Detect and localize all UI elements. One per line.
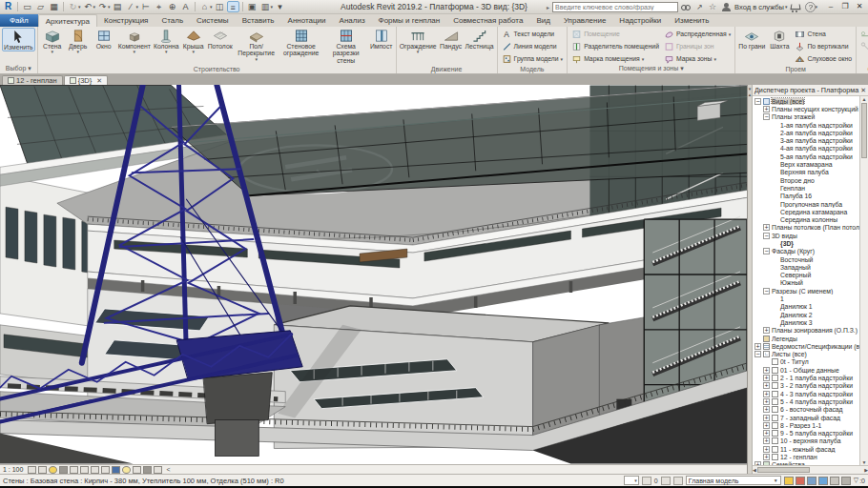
filter-button[interactable]: ▽ :0: [854, 477, 865, 484]
схема-разрезки-стены-button[interactable]: Схема разрезки стены: [324, 28, 368, 64]
text-icon[interactable]: A: [179, 1, 192, 12]
switch-windows-caret-icon[interactable]: ▾: [271, 4, 274, 10]
стена-button[interactable]: Стена▾: [40, 28, 65, 53]
minimize-button[interactable]: –: [824, 1, 837, 12]
help-search-input[interactable]: [552, 2, 678, 12]
tree-item[interactable]: −Виды (все): [753, 97, 859, 105]
expand-icon[interactable]: +: [763, 382, 770, 389]
wsdisplay-icon[interactable]: [807, 477, 816, 485]
bg-icon[interactable]: [830, 477, 839, 485]
tree-item[interactable]: Прогулочная палуба: [753, 200, 859, 208]
группа-модели-button[interactable]: Группа модели▾: [500, 52, 566, 65]
scale-button[interactable]: 1 : 100: [3, 466, 23, 473]
tree-item[interactable]: Данилюк 3: [753, 318, 859, 326]
tree-item[interactable]: Восточный: [753, 255, 859, 263]
browser-hscrollbar[interactable]: ◀ ▶: [753, 465, 868, 474]
app-store-icon[interactable]: [790, 2, 800, 12]
крыша-button[interactable]: Крыша▾: [181, 28, 206, 53]
thin-lines-icon[interactable]: ≡: [227, 1, 239, 12]
tree-item[interactable]: +Ведомости/Спецификации (все): [753, 342, 859, 350]
expand-icon[interactable]: +: [763, 415, 770, 421]
temporary-hide-isolate-icon[interactable]: [112, 466, 120, 474]
стена-button[interactable]: Стена: [793, 28, 854, 40]
help-icon[interactable]: [803, 2, 814, 12]
марка-зоны-button[interactable]: Марка зоны▾: [662, 52, 733, 65]
tree-item[interactable]: +Планы зонирования (О.П.З.): [753, 327, 859, 335]
search-collapse-icon[interactable]: ▸: [547, 4, 549, 10]
разделитель-помещений-button[interactable]: Разделитель помещений: [569, 40, 661, 52]
expand-icon[interactable]: +: [763, 391, 770, 397]
tree-item[interactable]: Легенды: [753, 335, 859, 342]
ribbon-tab-Конструкция[interactable]: Конструкция: [97, 14, 155, 27]
tree-item[interactable]: {3D}: [753, 239, 859, 247]
favorites-icon[interactable]: [708, 2, 718, 12]
tree-item[interactable]: 0t - Титул: [753, 358, 859, 366]
sign-in-button[interactable]: Вход в службы: [734, 3, 784, 11]
expand-icon[interactable]: +: [763, 398, 770, 405]
tree-item[interactable]: +9 - 5 палуба надстройки: [753, 429, 859, 437]
tree-item[interactable]: +8 - Разрез 1-1: [753, 421, 859, 429]
settings-icon[interactable]: [841, 477, 851, 485]
шахта-button[interactable]: Шахта: [767, 28, 792, 50]
tree-item[interactable]: 3-ая палуба надстройки: [753, 136, 859, 144]
editable-only-icon[interactable]: [642, 477, 651, 485]
expand-icon[interactable]: +: [763, 406, 770, 413]
ribbon-tab-Вставить[interactable]: Вставить: [236, 14, 281, 27]
revit-logo-icon[interactable]: R: [2, 1, 14, 12]
expand-icon[interactable]: +: [763, 327, 770, 334]
tree-item[interactable]: +7 - западный фасад: [753, 414, 859, 421]
tree-item[interactable]: 4-ая палуба надстройки: [753, 145, 859, 152]
reveal-hidden-icon[interactable]: [122, 466, 131, 474]
импост-button[interactable]: Импост: [369, 28, 394, 50]
tree-item[interactable]: Середина колонны: [753, 215, 859, 223]
по-грани-button[interactable]: По грани: [737, 28, 766, 50]
design-option-combo[interactable]: ▾: [624, 476, 639, 485]
editing-icon[interactable]: [796, 477, 805, 485]
customize-qat-icon[interactable]: ▾: [274, 1, 286, 12]
press-drag-icon[interactable]: [661, 477, 671, 485]
file-tab[interactable]: Файл: [0, 14, 38, 27]
tree-item[interactable]: −Фасады (Круг): [753, 248, 859, 255]
hscroll-thumb[interactable]: [757, 467, 810, 473]
лестница-button[interactable]: Лестница: [465, 28, 495, 50]
collapse-icon[interactable]: −: [763, 113, 770, 120]
tree-item[interactable]: +6 - восточный фасад: [753, 406, 859, 414]
zoom-icon[interactable]: ⊕: [166, 1, 178, 12]
tree-item[interactable]: 5-ая палуба надстройки: [753, 152, 859, 160]
print-icon[interactable]: ▤: [112, 1, 124, 12]
collapse-icon[interactable]: −: [763, 248, 770, 254]
tree-item[interactable]: Южный: [753, 279, 859, 287]
по-вертикали-button[interactable]: По вертикали: [793, 40, 854, 52]
new-window-icon[interactable]: ▭: [21, 1, 33, 12]
марка-помещения-button[interactable]: Марка помещения▾: [569, 52, 661, 65]
tree-item[interactable]: −3D виды: [753, 232, 859, 239]
expand-icon[interactable]: +: [763, 430, 770, 437]
view-tab-12-генплан[interactable]: 12 - генплан: [2, 75, 63, 85]
tree-item[interactable]: 1: [753, 295, 859, 302]
ribbon-tab-Управление[interactable]: Управление: [557, 14, 612, 27]
browser-vscrollbar[interactable]: ▲ ▼: [859, 96, 868, 465]
линия-модели-button[interactable]: Линия модели: [500, 40, 566, 52]
expand-icon[interactable]: +: [763, 422, 770, 429]
sun-path-icon[interactable]: [49, 466, 57, 474]
open-icon[interactable]: ▱: [34, 1, 47, 12]
render-icon[interactable]: [70, 466, 78, 474]
vscroll-thumb[interactable]: [861, 103, 867, 158]
save-icon[interactable]: ▦: [48, 1, 60, 12]
tree-item[interactable]: +5 - 4 палуба надстройки: [753, 397, 859, 405]
дверь-button[interactable]: Дверь▾: [66, 28, 91, 53]
vcb-collapse-icon[interactable]: <: [166, 466, 170, 473]
expand-icon[interactable]: +: [763, 224, 770, 231]
tree-item[interactable]: Генплан: [753, 184, 859, 192]
ribbon-tab-Формы и генплан[interactable]: Формы и генплан: [372, 14, 447, 27]
tree-item[interactable]: Середина катамарана: [753, 208, 859, 215]
scroll-up-icon[interactable]: ▲: [860, 96, 868, 102]
изменить-button[interactable]: Изменить: [2, 28, 35, 51]
tree-item[interactable]: Верхняя палуба: [753, 169, 859, 176]
restore-button[interactable]: ❐: [838, 1, 852, 12]
collapse-icon[interactable]: −: [763, 288, 770, 295]
tree-item[interactable]: +4 - 3 палуба надстройки: [753, 390, 859, 397]
ограждение-button[interactable]: Ограждение▾: [399, 28, 438, 53]
account-icon[interactable]: [721, 2, 732, 12]
tree-item[interactable]: Северный: [753, 272, 859, 279]
